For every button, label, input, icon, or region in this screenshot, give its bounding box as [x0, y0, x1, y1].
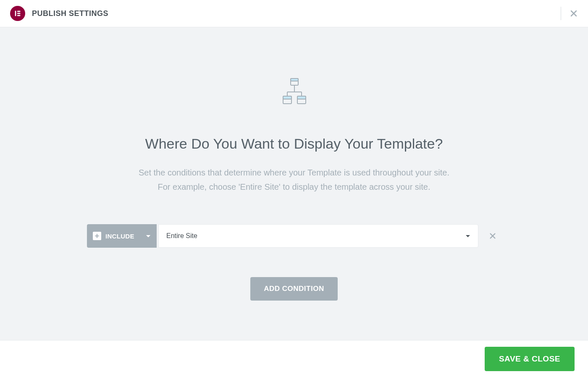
- close-icon: [489, 232, 496, 240]
- modal-header: PUBLISH SETTINGS: [0, 0, 588, 27]
- description-line-2: For example, choose 'Entire Site' to dis…: [158, 182, 430, 191]
- svg-rect-5: [291, 79, 298, 81]
- svg-marker-14: [146, 235, 150, 237]
- svg-rect-3: [17, 15, 20, 16]
- condition-type-dropdown[interactable]: INCLUDE: [87, 224, 157, 248]
- page-title: PUBLISH SETTINGS: [32, 9, 108, 18]
- svg-marker-15: [466, 235, 470, 237]
- main-content: Where Do You Want to Display Your Templa…: [0, 27, 588, 340]
- condition-scope-value: Entire Site: [166, 232, 197, 240]
- condition-row: INCLUDE Entire Site: [87, 224, 501, 248]
- save-close-button[interactable]: SAVE & CLOSE: [485, 347, 575, 371]
- remove-condition-button[interactable]: [484, 224, 501, 248]
- plus-square-icon: [93, 232, 101, 240]
- description-text: Set the conditions that determine where …: [139, 165, 449, 194]
- main-heading: Where Do You Want to Display Your Templa…: [145, 136, 443, 152]
- sitemap-icon: [279, 78, 309, 106]
- caret-down-icon: [465, 232, 470, 240]
- modal-footer: SAVE & CLOSE: [0, 340, 588, 377]
- svg-rect-2: [17, 13, 20, 14]
- svg-rect-1: [17, 11, 20, 12]
- condition-scope-dropdown[interactable]: Entire Site: [158, 224, 478, 248]
- description-line-1: Set the conditions that determine where …: [139, 168, 449, 177]
- svg-rect-11: [283, 96, 291, 99]
- add-condition-button[interactable]: ADD CONDITION: [250, 277, 337, 301]
- header-separator: [561, 7, 561, 20]
- condition-type-label: INCLUDE: [105, 233, 134, 240]
- caret-down-icon: [146, 232, 151, 240]
- svg-rect-0: [15, 11, 16, 16]
- close-icon: [570, 9, 578, 18]
- svg-rect-13: [297, 96, 306, 99]
- elementor-logo: [10, 6, 25, 21]
- close-modal-button[interactable]: [570, 9, 578, 18]
